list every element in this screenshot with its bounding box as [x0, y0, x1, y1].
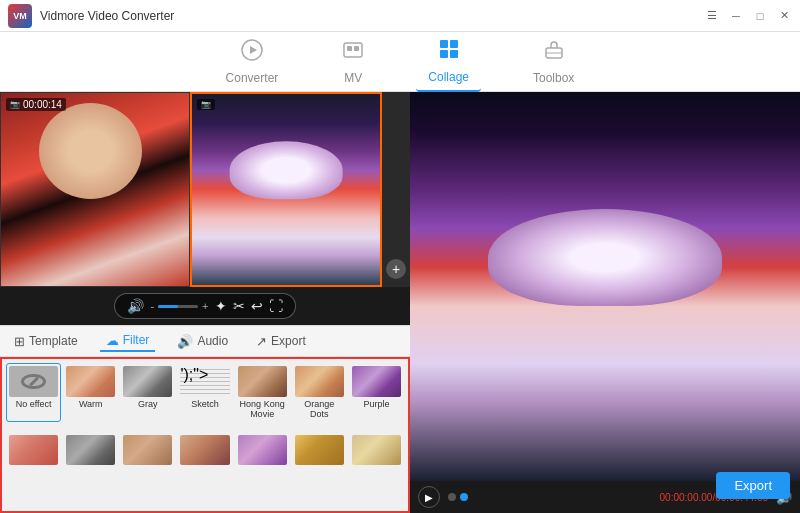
undo-btn[interactable]: ↩ [251, 298, 263, 314]
filter-thumb-r4 [180, 435, 229, 466]
preview-video-right [605, 92, 800, 481]
filter-thumb-purple [352, 366, 401, 397]
tab-audio[interactable]: 🔊 Audio [171, 332, 234, 351]
audio-icon: 🔊 [177, 334, 193, 349]
svg-marker-1 [250, 46, 257, 54]
svg-rect-3 [347, 46, 352, 51]
filter-sketch-label: Sketch [191, 399, 219, 409]
filter-warm[interactable]: Warm [63, 363, 118, 422]
play-button[interactable]: ▶ [418, 486, 440, 508]
video-time-badge-1: 📷 00:00:14 [6, 98, 66, 111]
progress-dot-2[interactable] [460, 493, 468, 501]
filter-thumb-r7 [352, 435, 401, 466]
filter-thumb-gray [123, 366, 172, 397]
svg-rect-4 [354, 46, 359, 51]
mv-label: MV [344, 71, 362, 85]
filter-thumb-none [9, 366, 58, 397]
filter-grid-row1: No effect Warm Gray [2, 359, 408, 426]
filter-icon: ☁ [106, 333, 119, 348]
filter-sketch[interactable]: ');"> Sketch [177, 363, 232, 422]
template-icon: ⊞ [14, 334, 25, 349]
expand-btn[interactable]: ⛶ [269, 298, 283, 314]
filter-r3[interactable] [120, 432, 175, 471]
toolbox-label: Toolbox [533, 71, 574, 85]
filter-thumb-r5 [238, 435, 287, 466]
vol-plus[interactable]: + [202, 300, 208, 312]
app-logo: VM [8, 4, 32, 28]
tab-export[interactable]: ↗ Export [250, 332, 312, 351]
video-controls: 🔊 - + ✦ ✂ ↩ ⛶ [0, 287, 410, 325]
filter-r6[interactable] [292, 432, 347, 471]
video-time-badge-2: 📷 [197, 99, 215, 110]
filter-thumb-warm [66, 366, 115, 397]
filter-warm-label: Warm [79, 399, 103, 409]
filter-r7[interactable] [349, 432, 404, 471]
vol-minus[interactable]: - [150, 300, 154, 312]
mv-icon [342, 39, 364, 67]
window-controls: ☰ ─ □ ✕ [704, 8, 792, 24]
filter-purple-label: Purple [363, 399, 389, 409]
right-panel: ▶ 00:00:00.00/00:00:44.05 🔊 Export [410, 92, 800, 513]
filter-r5[interactable] [235, 432, 290, 471]
left-panel: 📷 00:00:14 📷 + [0, 92, 410, 513]
nav-collage[interactable]: Collage [416, 32, 481, 92]
controls-toolbar: 🔊 - + ✦ ✂ ↩ ⛶ [114, 293, 295, 319]
filter-orange[interactable]: Orange Dots [292, 363, 347, 422]
nav-bar: Converter MV Collage [0, 32, 800, 92]
filter-thumb-sketch: ');"> [180, 366, 229, 397]
tab-export-label: Export [271, 334, 306, 348]
svg-rect-5 [440, 40, 448, 48]
app-title: Vidmore Video Converter [40, 9, 704, 23]
filter-thumb-r6 [295, 435, 344, 466]
filter-grid-row2 [2, 428, 408, 475]
volume-control-btn[interactable]: 🔊 [127, 298, 144, 314]
collage-icon [438, 38, 460, 66]
filter-none[interactable]: No effect [6, 363, 61, 422]
filter-thumb-r1 [9, 435, 58, 466]
video-thumb-1[interactable]: 📷 00:00:14 [0, 92, 190, 287]
tab-template-label: Template [29, 334, 78, 348]
progress-dots [448, 493, 468, 501]
filter-purple[interactable]: Purple [349, 363, 404, 422]
progress-dot-1[interactable] [448, 493, 456, 501]
close-button[interactable]: ✕ [776, 8, 792, 24]
svg-rect-6 [450, 40, 458, 48]
nav-toolbox[interactable]: Toolbox [521, 33, 586, 91]
cut-btn[interactable]: ✂ [233, 298, 245, 314]
filter-none-label: No effect [16, 399, 52, 409]
collage-label: Collage [428, 70, 469, 84]
filter-gray-label: Gray [138, 399, 158, 409]
filter-gray[interactable]: Gray [120, 363, 175, 422]
toolbox-icon [543, 39, 565, 67]
converter-label: Converter [226, 71, 279, 85]
minimize-button[interactable]: ─ [728, 8, 744, 24]
export-button[interactable]: Export [716, 472, 790, 499]
video-thumb-2[interactable]: 📷 [190, 92, 382, 287]
add-icon: + [386, 259, 406, 279]
filter-panel: No effect Warm Gray [0, 357, 410, 513]
svg-rect-2 [344, 43, 362, 57]
preview-area [410, 92, 800, 481]
nav-mv[interactable]: MV [330, 33, 376, 91]
title-bar: VM Vidmore Video Converter ☰ ─ □ ✕ [0, 0, 800, 32]
filter-r4[interactable] [177, 432, 232, 471]
main-content: 📷 00:00:14 📷 + [0, 92, 800, 513]
tab-bar: ⊞ Template ☁ Filter 🔊 Audio ↗ Export [0, 325, 410, 357]
tab-template[interactable]: ⊞ Template [8, 332, 84, 351]
svg-rect-7 [440, 50, 448, 58]
maximize-button[interactable]: □ [752, 8, 768, 24]
add-video-button[interactable]: + [382, 92, 410, 287]
video-strip: 📷 00:00:14 📷 + [0, 92, 410, 287]
volume-slider[interactable]: - + [150, 300, 208, 312]
svg-rect-8 [450, 50, 458, 58]
tab-filter[interactable]: ☁ Filter [100, 331, 156, 352]
filter-thumb-orange [295, 366, 344, 397]
filter-r2[interactable] [63, 432, 118, 471]
message-icon[interactable]: ☰ [704, 8, 720, 24]
nav-converter[interactable]: Converter [214, 33, 291, 91]
filter-hk[interactable]: Hong Kong Movie [235, 363, 290, 422]
left-panel-bottom: ⊞ Template ☁ Filter 🔊 Audio ↗ Export [0, 325, 410, 513]
filter-r1[interactable] [6, 432, 61, 471]
export-tab-icon: ↗ [256, 334, 267, 349]
effects-btn[interactable]: ✦ [215, 298, 227, 314]
